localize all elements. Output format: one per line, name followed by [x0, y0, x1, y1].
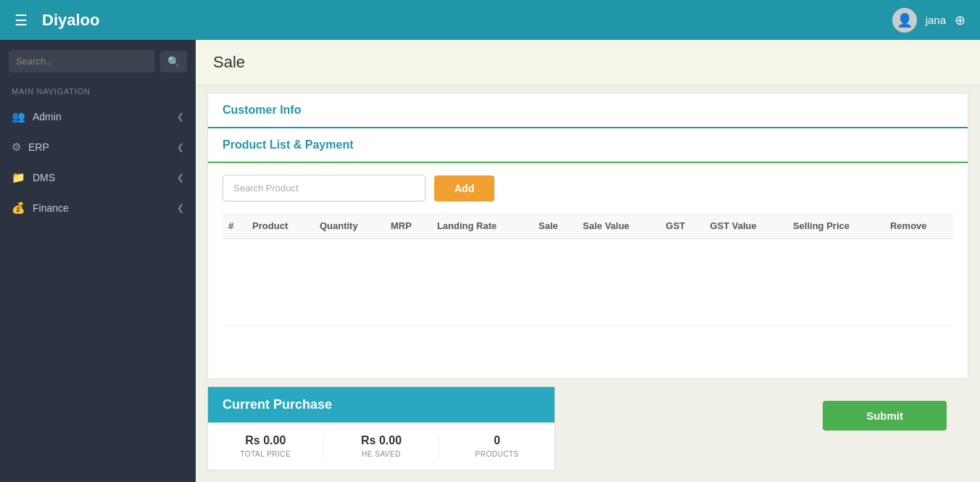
- col-mrp: MRP: [385, 213, 431, 239]
- current-purchase-stats: Rs 0.00 TOTAL PRICE Rs 0.00 HE SAVED 0 P…: [208, 423, 555, 470]
- search-input[interactable]: [9, 50, 154, 72]
- nav-section-label: MAIN NAVIGATION: [0, 83, 196, 101]
- sidebar-item-erp[interactable]: ⚙ ERP ❮: [0, 132, 196, 162]
- avatar: 👤: [892, 8, 917, 33]
- col-landing-rate: Landing Rate: [431, 213, 533, 239]
- chevron-icon-finance: ❮: [177, 203, 184, 213]
- main-layout: 🔍 MAIN NAVIGATION 👥 Admin ❮ ⚙ ERP ❮ 📁 DM…: [0, 40, 980, 482]
- submit-button[interactable]: Submit: [823, 401, 947, 431]
- search-button[interactable]: 🔍: [160, 51, 187, 72]
- empty-row: [223, 239, 953, 326]
- saved-value: Rs 0.00: [324, 434, 439, 447]
- saved-stat: Rs 0.00 HE SAVED: [324, 434, 440, 458]
- current-purchase-panel: Current Purchase Rs 0.00 TOTAL PRICE Rs …: [207, 386, 555, 470]
- col-product: Product: [246, 213, 314, 239]
- sidebar-label-dms: DMS: [33, 172, 55, 183]
- chevron-icon-dms: ❮: [177, 173, 184, 183]
- sidebar-label-finance: Finance: [33, 202, 69, 214]
- total-price-label: TOTAL PRICE: [208, 450, 323, 458]
- sidebar-search-area: 🔍: [0, 40, 196, 83]
- erp-icon: ⚙: [12, 141, 21, 154]
- chevron-icon-erp: ❮: [177, 142, 184, 152]
- top-header: ☰ Diyaloo 👤 jana ⊕: [0, 0, 980, 40]
- total-price-value: Rs 0.00: [208, 434, 323, 447]
- content-area: Sale Customer Info Product List & Paymen…: [196, 40, 980, 482]
- user-name: jana: [926, 14, 946, 26]
- bottom-area: Current Purchase Rs 0.00 TOTAL PRICE Rs …: [207, 386, 968, 470]
- sidebar-item-admin[interactable]: 👥 Admin ❮: [0, 101, 196, 132]
- page-title-bar: Sale: [196, 40, 980, 86]
- current-purchase-header: Current Purchase: [208, 387, 555, 423]
- sidebar-item-finance[interactable]: 💰 Finance ❮: [0, 193, 196, 223]
- customer-info-header: Customer Info: [208, 94, 968, 128]
- share-icon[interactable]: ⊕: [955, 12, 966, 28]
- user-area: 👤 jana ⊕: [892, 8, 966, 33]
- current-purchase-title: Current Purchase: [223, 397, 540, 412]
- col-gst: GST: [660, 213, 705, 239]
- col-sale-value: Sale Value: [577, 213, 660, 239]
- product-table-body: [223, 239, 953, 326]
- sidebar: 🔍 MAIN NAVIGATION 👥 Admin ❮ ⚙ ERP ❮ 📁 DM…: [0, 40, 196, 482]
- finance-icon: 💰: [12, 201, 25, 215]
- product-list-header: Product List & Payment: [208, 128, 968, 163]
- product-search-input[interactable]: [223, 175, 425, 201]
- sidebar-item-dms[interactable]: 📁 DMS ❮: [0, 162, 196, 193]
- chevron-icon: ❮: [177, 112, 184, 122]
- total-price-stat: Rs 0.00 TOTAL PRICE: [208, 434, 324, 458]
- dms-icon: 📁: [12, 171, 25, 184]
- col-gst-value: GST Value: [704, 213, 786, 239]
- col-hash: #: [223, 213, 246, 239]
- product-list-body: Add # Product Quantity MRP Landing Rate …: [208, 163, 968, 338]
- sidebar-label-erp: ERP: [28, 141, 49, 153]
- add-product-button[interactable]: Add: [434, 175, 494, 201]
- customer-info-section: Customer Info Product List & Payment Add…: [207, 93, 968, 379]
- product-table: # Product Quantity MRP Landing Rate Sale…: [223, 213, 953, 326]
- products-stat: 0 PRODUCTS: [439, 434, 555, 458]
- col-selling-price: Selling Price: [787, 213, 884, 239]
- products-value: 0: [439, 434, 555, 447]
- brand-logo: Diyaloo: [42, 11, 99, 30]
- col-quantity: Quantity: [314, 213, 385, 239]
- page-title: Sale: [213, 53, 963, 72]
- product-controls: Add: [223, 175, 953, 201]
- table-header-row: # Product Quantity MRP Landing Rate Sale…: [223, 213, 953, 239]
- saved-label: HE SAVED: [324, 450, 439, 458]
- products-label: PRODUCTS: [439, 450, 555, 458]
- col-sale: Sale: [533, 213, 577, 239]
- admin-icon: 👥: [12, 110, 25, 123]
- sidebar-label-admin: Admin: [33, 111, 62, 122]
- col-remove: Remove: [884, 213, 953, 239]
- menu-icon[interactable]: ☰: [14, 12, 28, 29]
- submit-area: Submit: [555, 386, 968, 470]
